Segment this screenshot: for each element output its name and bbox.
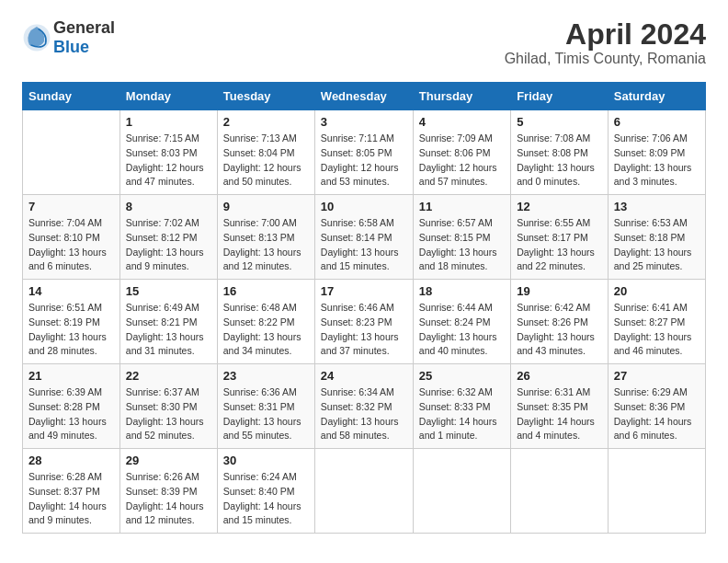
day-info: Sunrise: 6:26 AMSunset: 8:39 PMDaylight:…	[126, 470, 211, 528]
day-info: Sunrise: 6:44 AMSunset: 8:24 PMDaylight:…	[419, 301, 505, 359]
calendar-cell: 21Sunrise: 6:39 AMSunset: 8:28 PMDayligh…	[23, 364, 120, 449]
day-number: 8	[126, 200, 211, 213]
page-header: General Blue April 2024 Ghilad, Timis Co…	[22, 18, 706, 67]
day-number: 22	[126, 369, 211, 383]
calendar-cell: 12Sunrise: 6:55 AMSunset: 8:17 PMDayligh…	[511, 195, 609, 280]
day-number: 9	[223, 200, 309, 213]
calendar-cell	[413, 449, 510, 534]
calendar-cell: 19Sunrise: 6:42 AMSunset: 8:26 PMDayligh…	[511, 280, 609, 364]
day-number: 20	[614, 284, 700, 298]
day-info: Sunrise: 6:41 AMSunset: 8:27 PMDaylight:…	[614, 301, 700, 359]
title-area: April 2024 Ghilad, Timis County, Romania	[505, 18, 706, 67]
day-info: Sunrise: 6:28 AMSunset: 8:37 PMDaylight:…	[28, 470, 114, 528]
calendar-cell: 27Sunrise: 6:29 AMSunset: 8:36 PMDayligh…	[608, 364, 705, 449]
day-info: Sunrise: 6:37 AMSunset: 8:30 PMDaylight:…	[126, 385, 211, 443]
day-info: Sunrise: 6:39 AMSunset: 8:28 PMDaylight:…	[28, 385, 114, 443]
calendar-table: SundayMondayTuesdayWednesdayThursdayFrid…	[22, 82, 706, 534]
day-number: 5	[517, 115, 602, 129]
day-info: Sunrise: 6:42 AMSunset: 8:26 PMDaylight:…	[517, 301, 602, 359]
calendar-week-row: 14Sunrise: 6:51 AMSunset: 8:19 PMDayligh…	[23, 280, 706, 364]
day-info: Sunrise: 7:09 AMSunset: 8:06 PMDaylight:…	[419, 132, 505, 190]
calendar-week-row: 28Sunrise: 6:28 AMSunset: 8:37 PMDayligh…	[23, 449, 706, 534]
calendar-cell: 9Sunrise: 7:00 AMSunset: 8:13 PMDaylight…	[217, 195, 314, 280]
day-number: 15	[126, 284, 211, 298]
day-info: Sunrise: 6:29 AMSunset: 8:36 PMDaylight:…	[614, 385, 700, 443]
day-info: Sunrise: 6:57 AMSunset: 8:15 PMDaylight:…	[419, 216, 505, 274]
day-info: Sunrise: 7:04 AMSunset: 8:10 PMDaylight:…	[28, 216, 114, 274]
day-info: Sunrise: 6:24 AMSunset: 8:40 PMDaylight:…	[223, 470, 309, 528]
day-info: Sunrise: 7:13 AMSunset: 8:04 PMDaylight:…	[223, 132, 309, 190]
day-number: 19	[517, 284, 602, 298]
day-number: 4	[419, 115, 505, 129]
day-number: 16	[223, 284, 309, 298]
calendar-cell: 26Sunrise: 6:31 AMSunset: 8:35 PMDayligh…	[511, 364, 609, 449]
calendar-cell: 1Sunrise: 7:15 AMSunset: 8:03 PMDaylight…	[119, 110, 217, 195]
weekday-header-monday: Monday	[119, 83, 217, 110]
weekday-header-friday: Friday	[511, 83, 609, 110]
day-number: 25	[419, 369, 505, 383]
day-number: 14	[28, 284, 114, 298]
day-number: 11	[419, 200, 505, 213]
calendar-cell: 22Sunrise: 6:37 AMSunset: 8:30 PMDayligh…	[119, 364, 217, 449]
day-number: 3	[321, 115, 407, 129]
logo-text: General Blue	[53, 18, 115, 57]
day-number: 26	[517, 369, 602, 383]
calendar-week-row: 1Sunrise: 7:15 AMSunset: 8:03 PMDaylight…	[23, 110, 706, 195]
day-info: Sunrise: 6:48 AMSunset: 8:22 PMDaylight:…	[223, 301, 309, 359]
weekday-header-wednesday: Wednesday	[314, 83, 413, 110]
calendar-cell: 10Sunrise: 6:58 AMSunset: 8:14 PMDayligh…	[314, 195, 413, 280]
day-number: 24	[321, 369, 407, 383]
day-number: 27	[614, 369, 700, 383]
day-info: Sunrise: 6:58 AMSunset: 8:14 PMDaylight:…	[321, 216, 407, 274]
calendar-cell: 3Sunrise: 7:11 AMSunset: 8:05 PMDaylight…	[314, 110, 413, 195]
calendar-cell	[23, 110, 120, 195]
day-info: Sunrise: 7:11 AMSunset: 8:05 PMDaylight:…	[321, 132, 407, 190]
calendar-cell: 16Sunrise: 6:48 AMSunset: 8:22 PMDayligh…	[217, 280, 314, 364]
calendar-cell: 20Sunrise: 6:41 AMSunset: 8:27 PMDayligh…	[608, 280, 705, 364]
calendar-cell: 17Sunrise: 6:46 AMSunset: 8:23 PMDayligh…	[314, 280, 413, 364]
day-number: 17	[321, 284, 407, 298]
weekday-header-sunday: Sunday	[23, 83, 120, 110]
location-title: Ghilad, Timis County, Romania	[505, 51, 706, 67]
day-number: 13	[614, 200, 700, 213]
calendar-cell	[511, 449, 609, 534]
calendar-cell: 24Sunrise: 6:34 AMSunset: 8:32 PMDayligh…	[314, 364, 413, 449]
calendar-cell: 25Sunrise: 6:32 AMSunset: 8:33 PMDayligh…	[413, 364, 510, 449]
calendar-cell: 2Sunrise: 7:13 AMSunset: 8:04 PMDaylight…	[217, 110, 314, 195]
day-number: 28	[28, 454, 114, 467]
day-number: 10	[321, 200, 407, 213]
calendar-cell: 30Sunrise: 6:24 AMSunset: 8:40 PMDayligh…	[217, 449, 314, 534]
day-info: Sunrise: 6:53 AMSunset: 8:18 PMDaylight:…	[614, 216, 700, 274]
day-info: Sunrise: 6:51 AMSunset: 8:19 PMDaylight:…	[28, 301, 114, 359]
day-info: Sunrise: 7:15 AMSunset: 8:03 PMDaylight:…	[126, 132, 211, 190]
calendar-cell: 28Sunrise: 6:28 AMSunset: 8:37 PMDayligh…	[23, 449, 120, 534]
day-info: Sunrise: 7:08 AMSunset: 8:08 PMDaylight:…	[517, 132, 602, 190]
calendar-cell: 4Sunrise: 7:09 AMSunset: 8:06 PMDaylight…	[413, 110, 510, 195]
calendar-cell: 6Sunrise: 7:06 AMSunset: 8:09 PMDaylight…	[608, 110, 705, 195]
logo-blue: Blue	[53, 38, 89, 56]
logo-icon	[22, 23, 51, 52]
day-number: 18	[419, 284, 505, 298]
calendar-cell	[314, 449, 413, 534]
weekday-header-tuesday: Tuesday	[217, 83, 314, 110]
day-info: Sunrise: 6:49 AMSunset: 8:21 PMDaylight:…	[126, 301, 211, 359]
day-info: Sunrise: 6:36 AMSunset: 8:31 PMDaylight:…	[223, 385, 309, 443]
calendar-week-row: 21Sunrise: 6:39 AMSunset: 8:28 PMDayligh…	[23, 364, 706, 449]
day-number: 6	[614, 115, 700, 129]
day-number: 7	[28, 200, 114, 213]
day-number: 23	[223, 369, 309, 383]
calendar-cell: 29Sunrise: 6:26 AMSunset: 8:39 PMDayligh…	[119, 449, 217, 534]
calendar-header-row: SundayMondayTuesdayWednesdayThursdayFrid…	[23, 83, 706, 110]
day-info: Sunrise: 7:00 AMSunset: 8:13 PMDaylight:…	[223, 216, 309, 274]
calendar-cell: 7Sunrise: 7:04 AMSunset: 8:10 PMDaylight…	[23, 195, 120, 280]
calendar-cell: 18Sunrise: 6:44 AMSunset: 8:24 PMDayligh…	[413, 280, 510, 364]
day-number: 1	[126, 115, 211, 129]
day-info: Sunrise: 6:31 AMSunset: 8:35 PMDaylight:…	[517, 385, 602, 443]
day-info: Sunrise: 6:32 AMSunset: 8:33 PMDaylight:…	[419, 385, 505, 443]
day-info: Sunrise: 6:55 AMSunset: 8:17 PMDaylight:…	[517, 216, 602, 274]
logo-general: General	[53, 18, 115, 37]
weekday-header-thursday: Thursday	[413, 83, 510, 110]
calendar-cell: 15Sunrise: 6:49 AMSunset: 8:21 PMDayligh…	[119, 280, 217, 364]
calendar-cell: 5Sunrise: 7:08 AMSunset: 8:08 PMDaylight…	[511, 110, 609, 195]
calendar-cell: 14Sunrise: 6:51 AMSunset: 8:19 PMDayligh…	[23, 280, 120, 364]
